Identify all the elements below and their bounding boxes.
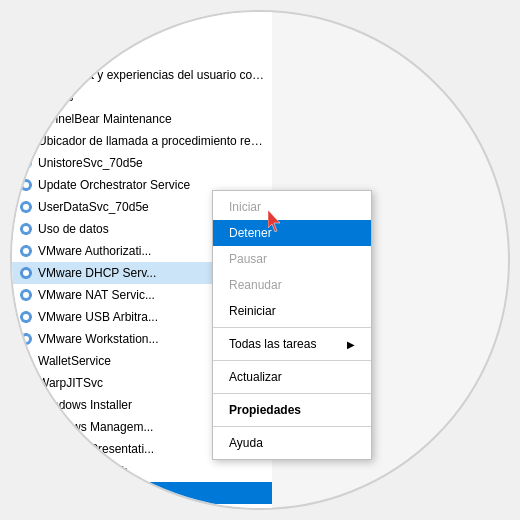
svg-point-39 — [23, 446, 29, 452]
svg-point-37 — [23, 424, 29, 430]
menu-item-pausar: Pausar — [213, 246, 371, 272]
service-icon — [18, 507, 34, 508]
service-name: Windows Update — [38, 486, 129, 500]
service-icon — [18, 155, 34, 171]
menu-item-label: Todas las tareas — [229, 337, 316, 351]
service-item[interactable]: Telemetría y experiencias del usuario co… — [12, 64, 272, 86]
menu-item-label: Reanudar — [229, 278, 282, 292]
service-name: VMware DHCP Serv... — [38, 266, 156, 280]
service-item[interactable]: Telefonía — [12, 42, 272, 64]
service-icon — [18, 353, 34, 369]
service-name: UnistoreSvc_70d5e — [38, 156, 143, 170]
service-icon — [18, 441, 34, 457]
service-icon — [18, 111, 34, 127]
service-name: Windows Managem... — [38, 420, 153, 434]
service-name: Windows Installer — [38, 398, 132, 412]
service-item[interactable]: Windows Update — [12, 482, 272, 504]
svg-point-23 — [23, 270, 29, 276]
service-item[interactable]: TunnelBear Maintenance — [12, 108, 272, 130]
menu-item-label: Propiedades — [229, 403, 301, 417]
svg-point-31 — [23, 358, 29, 364]
svg-marker-50 — [268, 210, 280, 232]
service-name: VMware Workstation... — [38, 332, 158, 346]
service-name: Uso de datos — [38, 222, 109, 236]
menu-item-propiedades[interactable]: Propiedades — [213, 397, 371, 423]
service-icon — [18, 243, 34, 259]
menu-separator — [213, 327, 371, 328]
service-item[interactable]: Temas — [12, 86, 272, 108]
service-icon — [18, 419, 34, 435]
service-name: VMware Authorizati... — [38, 244, 151, 258]
service-name: VMware NAT Servic... — [38, 288, 155, 302]
service-icon — [18, 485, 34, 501]
service-icon — [18, 375, 34, 391]
menu-item-reiniciar[interactable]: Reiniciar — [213, 298, 371, 324]
svg-point-25 — [23, 292, 29, 298]
svg-point-27 — [23, 314, 29, 320]
menu-item-label: Reiniciar — [229, 304, 276, 318]
menu-item-label: Pausar — [229, 252, 267, 266]
svg-point-5 — [23, 72, 29, 78]
menu-item-todas-las-tareas[interactable]: Todas las tareas▶ — [213, 331, 371, 357]
menu-separator — [213, 426, 371, 427]
svg-point-29 — [23, 336, 29, 342]
svg-point-35 — [23, 402, 29, 408]
service-name: Update Orchestrator Service — [38, 178, 190, 192]
svg-point-9 — [23, 116, 29, 122]
service-icon — [18, 133, 34, 149]
service-icon — [18, 265, 34, 281]
menu-separator — [213, 360, 371, 361]
service-item[interactable]: UnistoreSvc_70d5e — [12, 152, 272, 174]
svg-point-21 — [23, 248, 29, 254]
service-icon — [18, 45, 34, 61]
menu-item-label: Ayuda — [229, 436, 263, 450]
service-name: Windows Search — [38, 464, 128, 478]
svg-point-15 — [23, 182, 29, 188]
svg-point-33 — [23, 380, 29, 386]
service-icon — [18, 309, 34, 325]
service-icon — [18, 23, 34, 39]
svg-point-13 — [23, 160, 29, 166]
menu-item-label: Iniciar — [229, 200, 261, 214]
menu-item-label: Actualizar — [229, 370, 282, 384]
service-item[interactable]: Ubicador de llamada a procedimiento remo… — [12, 130, 272, 152]
service-name: TunnelBear Maintenance — [38, 112, 172, 126]
svg-point-43 — [23, 490, 29, 496]
service-item[interactable]: TeamViewer 13 — [12, 20, 272, 42]
service-icon — [18, 397, 34, 413]
service-icon — [18, 463, 34, 479]
service-icon — [18, 177, 34, 193]
menu-item-reanudar: Reanudar — [213, 272, 371, 298]
service-name: Temas — [38, 90, 73, 104]
service-name: Telemetría y experiencias del usuario co… — [38, 68, 266, 82]
service-icon — [18, 331, 34, 347]
service-item[interactable]: Windows Update Medic Service — [12, 504, 272, 508]
svg-point-17 — [23, 204, 29, 210]
menu-item-actualizar[interactable]: Actualizar — [213, 364, 371, 390]
service-name: Telefonía — [38, 46, 87, 60]
submenu-arrow-icon: ▶ — [347, 339, 355, 350]
service-item[interactable]: Windows Search — [12, 460, 272, 482]
menu-item-iniciar: Iniciar — [213, 194, 371, 220]
service-name: UserDataSvc_70d5e — [38, 200, 149, 214]
service-name: TeamViewer 13 — [38, 24, 121, 38]
service-icon — [18, 67, 34, 83]
svg-point-19 — [23, 226, 29, 232]
service-name: WarpJITSvc — [38, 376, 103, 390]
service-name: VMware USB Arbitra... — [38, 310, 158, 324]
menu-item-ayuda[interactable]: Ayuda — [213, 430, 371, 456]
service-name: WalletService — [38, 354, 111, 368]
context-menu: IniciarDetenerPausarReanudarReiniciarTod… — [212, 190, 372, 460]
service-icon — [18, 221, 34, 237]
svg-point-41 — [23, 468, 29, 474]
main-window: TeamViewer 13 Telefonía Telemetría y exp… — [10, 10, 510, 510]
service-icon — [18, 287, 34, 303]
menu-item-detener[interactable]: Detener — [213, 220, 371, 246]
service-icon — [18, 199, 34, 215]
svg-point-3 — [23, 50, 29, 56]
service-icon — [18, 89, 34, 105]
svg-point-1 — [23, 28, 29, 34]
svg-point-7 — [23, 94, 29, 100]
service-name: Windows Presentati... — [38, 442, 154, 456]
menu-separator — [213, 393, 371, 394]
